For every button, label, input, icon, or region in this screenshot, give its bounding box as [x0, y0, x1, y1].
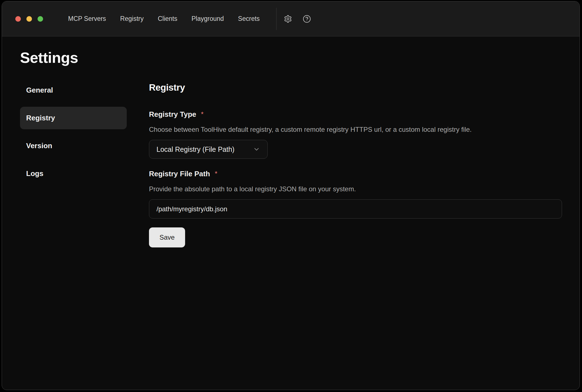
settings-sidebar: General Registry Version Logs	[20, 79, 127, 247]
main-nav: MCP Servers Registry Clients Playground …	[68, 15, 260, 23]
titlebar: MCP Servers Registry Clients Playground …	[2, 1, 579, 36]
close-window-button[interactable]	[15, 16, 21, 22]
nav-item-clients[interactable]: Clients	[158, 15, 177, 23]
sidebar-item-registry[interactable]: Registry	[20, 107, 127, 129]
registry-type-label: Registry Type	[149, 111, 196, 118]
nav-item-secrets[interactable]: Secrets	[238, 15, 260, 23]
save-button[interactable]: Save	[149, 227, 185, 247]
help-icon[interactable]	[303, 15, 311, 23]
nav-item-mcp-servers[interactable]: MCP Servers	[68, 15, 106, 23]
gear-icon[interactable]	[284, 15, 292, 23]
registry-file-path-label: Registry File Path	[149, 170, 210, 177]
app-window: MCP Servers Registry Clients Playground …	[2, 1, 580, 390]
required-asterisk: *	[215, 170, 217, 177]
registry-type-selected-value: Local Registry (File Path)	[156, 145, 235, 153]
registry-type-select[interactable]: Local Registry (File Path)	[149, 140, 268, 159]
nav-item-registry[interactable]: Registry	[120, 15, 143, 23]
registry-file-path-description: Provide the absolute path to a local reg…	[149, 186, 562, 192]
page-title: Settings	[20, 49, 562, 66]
content-area: Settings General Registry Version Logs R…	[2, 36, 579, 247]
titlebar-icons	[284, 15, 311, 23]
sidebar-item-version[interactable]: Version	[20, 135, 127, 157]
required-asterisk: *	[201, 111, 203, 117]
zoom-window-button[interactable]	[38, 16, 43, 22]
registry-file-path-input[interactable]	[149, 199, 562, 219]
chevron-down-icon	[253, 146, 260, 153]
traffic-lights	[15, 16, 43, 22]
titlebar-divider	[276, 8, 277, 30]
minimize-window-button[interactable]	[26, 16, 32, 22]
section-title: Registry	[149, 82, 562, 93]
registry-settings-panel: Registry Registry Type * Choose between …	[149, 79, 562, 247]
nav-item-playground[interactable]: Playground	[191, 15, 224, 23]
sidebar-item-general[interactable]: General	[20, 79, 127, 101]
sidebar-item-logs[interactable]: Logs	[20, 162, 127, 185]
registry-type-description: Choose between ToolHive default registry…	[149, 126, 562, 133]
